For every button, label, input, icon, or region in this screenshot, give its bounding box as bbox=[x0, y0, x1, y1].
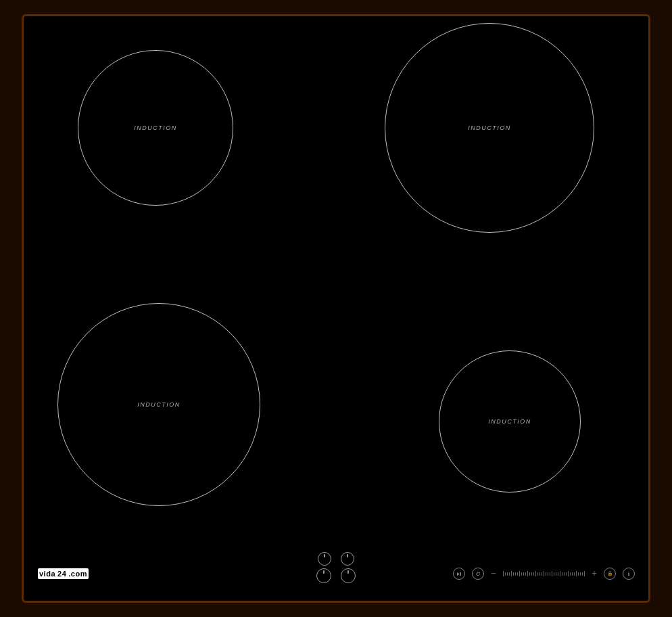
tick bbox=[560, 571, 560, 576]
lock-button[interactable]: 🔒 bbox=[604, 568, 616, 580]
tick bbox=[529, 572, 530, 576]
induction-cooktop: INDUCTION INDUCTION INDUCTION INDUCTION … bbox=[22, 14, 650, 603]
tick bbox=[511, 571, 512, 576]
tick bbox=[503, 571, 504, 576]
knob-row-bottom bbox=[316, 568, 356, 583]
tick bbox=[505, 572, 506, 576]
tick bbox=[544, 571, 544, 576]
slider-control[interactable] bbox=[503, 571, 585, 576]
brand-number: 24 bbox=[56, 569, 68, 578]
tick bbox=[566, 572, 567, 576]
knob-row-top bbox=[318, 552, 354, 566]
tick bbox=[531, 572, 532, 576]
play-pause-button[interactable]: ⏯ bbox=[453, 568, 465, 580]
tick bbox=[515, 572, 516, 576]
tick bbox=[535, 571, 536, 576]
tick bbox=[574, 572, 575, 576]
tick bbox=[519, 571, 520, 576]
clock-icon: ⏱ bbox=[475, 571, 481, 577]
tick bbox=[558, 572, 558, 576]
tick bbox=[548, 572, 548, 576]
tick bbox=[542, 572, 542, 576]
bottom-icons: ⏯ ⏱ − bbox=[453, 568, 635, 580]
tick bbox=[507, 572, 508, 576]
burner-bottom-left[interactable]: INDUCTION bbox=[57, 303, 260, 506]
play-pause-icon: ⏯ bbox=[456, 570, 462, 577]
tick bbox=[513, 572, 514, 576]
knob-bottom-left[interactable] bbox=[316, 568, 331, 583]
plus-button[interactable]: + bbox=[592, 568, 597, 579]
burner-bottom-right[interactable]: INDUCTION bbox=[439, 350, 581, 493]
center-controls bbox=[316, 552, 356, 583]
tick bbox=[564, 572, 565, 576]
tick bbox=[552, 571, 552, 576]
tick bbox=[525, 572, 526, 576]
tick bbox=[527, 571, 528, 576]
brand-text: vida24.com bbox=[38, 568, 89, 579]
info-icon: i bbox=[628, 570, 630, 577]
knob-top-right[interactable] bbox=[341, 552, 354, 566]
lock-icon: 🔒 bbox=[607, 571, 613, 576]
burners-area: INDUCTION INDUCTION INDUCTION INDUCTION bbox=[24, 16, 648, 547]
tick bbox=[572, 572, 573, 576]
tick bbox=[582, 572, 583, 576]
tick bbox=[584, 571, 585, 576]
brand-logo: vida24.com bbox=[37, 568, 89, 579]
tick bbox=[546, 572, 546, 576]
tick bbox=[539, 572, 540, 576]
tick bbox=[576, 571, 577, 576]
tick bbox=[568, 571, 569, 576]
info-button[interactable]: i bbox=[623, 568, 635, 580]
tick bbox=[533, 572, 534, 576]
tick bbox=[580, 572, 581, 576]
burner-top-right[interactable]: INDUCTION bbox=[385, 23, 594, 233]
knob-top-left[interactable] bbox=[318, 552, 331, 566]
tick bbox=[570, 572, 571, 576]
tick bbox=[517, 572, 518, 576]
controls-bar: vida24.com ⏯ ⏱ − bbox=[24, 547, 648, 601]
tick bbox=[562, 572, 562, 576]
burner-top-right-label: INDUCTION bbox=[468, 124, 511, 131]
burner-bottom-right-label: INDUCTION bbox=[488, 418, 531, 425]
tick bbox=[578, 572, 579, 576]
tick bbox=[554, 572, 554, 576]
burner-bottom-left-label: INDUCTION bbox=[137, 401, 181, 408]
knob-bottom-right[interactable] bbox=[341, 568, 356, 583]
tick bbox=[523, 572, 524, 576]
tick bbox=[556, 572, 556, 576]
tick bbox=[509, 572, 510, 576]
tick bbox=[550, 572, 550, 576]
tick bbox=[521, 572, 522, 576]
tick bbox=[537, 572, 538, 576]
burner-top-left-label: INDUCTION bbox=[134, 124, 177, 131]
minus-button[interactable]: − bbox=[491, 568, 496, 579]
clock-button[interactable]: ⏱ bbox=[472, 568, 484, 580]
burner-top-left[interactable]: INDUCTION bbox=[78, 50, 233, 206]
